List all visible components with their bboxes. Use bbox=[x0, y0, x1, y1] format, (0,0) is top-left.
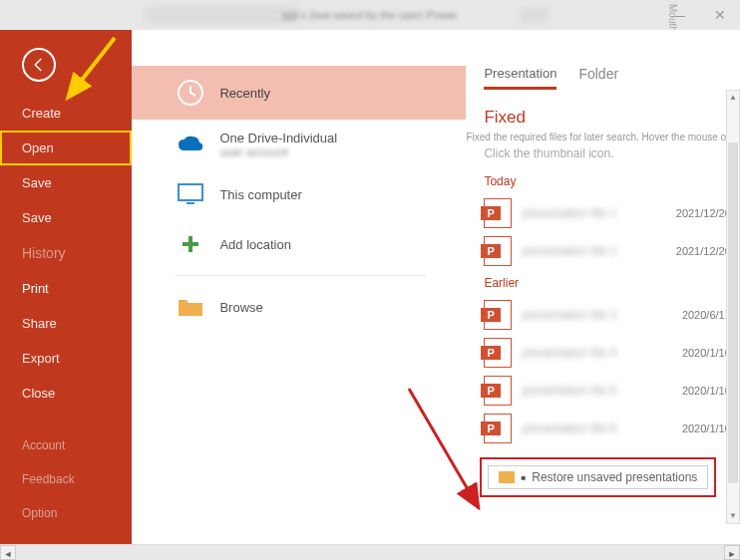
file-row[interactable]: presentation file 1 2021/12/20 1 bbox=[466, 194, 740, 232]
sidebar-item-open[interactable]: Open bbox=[0, 131, 132, 165]
place-add-location[interactable]: Add location bbox=[132, 219, 466, 269]
sidebar-item-share[interactable]: Share bbox=[0, 306, 132, 341]
scroll-up-icon[interactable]: ▲ bbox=[727, 91, 739, 105]
ppt-icon bbox=[484, 198, 512, 228]
file-row[interactable]: presentation file 3 2020/6/11 2 bbox=[466, 296, 740, 334]
ppt-icon bbox=[484, 300, 512, 330]
ppt-icon bbox=[484, 376, 512, 406]
close-button[interactable]: ✕ bbox=[708, 7, 732, 23]
tabs: Presentation Folder bbox=[466, 66, 740, 90]
place-label: Recently bbox=[219, 86, 270, 101]
scroll-down-icon[interactable]: ▼ bbox=[727, 509, 739, 523]
cloud-icon bbox=[176, 130, 205, 159]
content-area: Recently One Drive-Individual user accou… bbox=[132, 30, 740, 544]
horizontal-scrollbar[interactable]: ◄ ► bbox=[0, 544, 740, 560]
recent-column: Presentation Folder Fixed Fixed the requ… bbox=[466, 30, 740, 544]
place-onedrive[interactable]: One Drive-Individual user account bbox=[132, 120, 466, 169]
fixed-subtext: Fixed the required files for later searc… bbox=[466, 132, 740, 142]
place-label: This computer bbox=[219, 187, 301, 202]
file-row[interactable]: presentation file 6 2020/1/10 1 bbox=[466, 410, 740, 447]
backstage-sidebar: Create Open Save Save History Print Shar… bbox=[0, 30, 132, 544]
places-column: Recently One Drive-Individual user accou… bbox=[132, 30, 466, 544]
svg-rect-3 bbox=[186, 202, 194, 204]
tab-folder[interactable]: Folder bbox=[578, 66, 618, 90]
fixed-header: Fixed bbox=[466, 108, 740, 128]
file-row[interactable]: presentation file 4 2020/1/10 1 bbox=[466, 334, 740, 372]
place-label: One Drive-Individual bbox=[219, 131, 337, 145]
plus-icon bbox=[176, 229, 205, 259]
tab-presentation[interactable]: Presentation bbox=[484, 66, 556, 90]
sidebar-item-history[interactable]: History bbox=[0, 235, 132, 271]
file-name: presentation file 5 bbox=[522, 384, 671, 398]
scroll-right-icon[interactable]: ► bbox=[724, 545, 740, 560]
back-arrow-icon bbox=[30, 56, 48, 74]
file-row[interactable]: presentation file 5 2020/1/10 1 bbox=[466, 372, 740, 410]
restore-unsaved-button[interactable]: ■ Restore unsaved presentations bbox=[488, 465, 708, 489]
folder-icon bbox=[176, 292, 205, 322]
file-name: presentation file 2 bbox=[522, 244, 665, 258]
onedrive-account: user account bbox=[219, 145, 337, 159]
sidebar-item-saveas[interactable]: Save bbox=[0, 200, 132, 235]
clock-icon bbox=[176, 78, 205, 108]
group-today: Today bbox=[466, 174, 740, 188]
file-name: presentation file 3 bbox=[522, 308, 671, 322]
computer-icon bbox=[176, 179, 205, 209]
file-name: presentation file 6 bbox=[522, 421, 671, 435]
group-earlier: Earlier bbox=[466, 276, 740, 290]
place-label: Browse bbox=[219, 300, 262, 315]
place-recently[interactable]: Recently bbox=[132, 66, 466, 120]
sidebar-item-feedback[interactable]: Feedback bbox=[0, 462, 132, 496]
title-blur bbox=[145, 6, 299, 24]
place-browse[interactable]: Browse bbox=[132, 282, 466, 332]
file-row[interactable]: presentation file 2 2021/12/20 1 bbox=[466, 232, 740, 270]
bullet-icon: ■ bbox=[521, 473, 526, 482]
title-blur2 bbox=[519, 7, 549, 23]
window-title: ppt x (last saved by the user) Power bbox=[282, 9, 457, 21]
folder-icon bbox=[499, 471, 515, 483]
scroll-left-icon[interactable]: ◄ bbox=[0, 545, 16, 560]
ppt-icon bbox=[484, 236, 512, 266]
sidebar-item-create[interactable]: Create bbox=[0, 96, 132, 131]
ppt-icon bbox=[484, 414, 512, 443]
vertical-label: Mouth bbox=[667, 4, 678, 32]
divider bbox=[176, 275, 426, 276]
sidebar-item-account[interactable]: Account bbox=[0, 428, 132, 462]
vertical-scrollbar[interactable]: ▲ ▼ bbox=[726, 90, 740, 524]
svg-rect-2 bbox=[179, 184, 202, 200]
sidebar-item-save[interactable]: Save bbox=[0, 165, 132, 200]
restore-highlight: ■ Restore unsaved presentations bbox=[480, 457, 716, 497]
sidebar-item-close[interactable]: Close bbox=[0, 376, 132, 411]
sidebar-item-export[interactable]: Export bbox=[0, 341, 132, 376]
place-this-computer[interactable]: This computer bbox=[132, 169, 466, 219]
file-name: presentation file 1 bbox=[522, 206, 665, 220]
restore-label: Restore unsaved presentations bbox=[532, 470, 697, 484]
fixed-clicktext: Click the thumbnail icon. bbox=[466, 146, 740, 160]
scroll-thumb[interactable] bbox=[728, 142, 738, 483]
ppt-icon bbox=[484, 338, 512, 368]
file-name: presentation file 4 bbox=[522, 346, 671, 360]
place-label: Add location bbox=[219, 237, 291, 252]
titlebar: ppt x (last saved by the user) Power Mou… bbox=[0, 0, 740, 30]
sidebar-item-option[interactable]: Option bbox=[0, 496, 132, 530]
sidebar-item-print[interactable]: Print bbox=[0, 271, 132, 306]
back-button[interactable] bbox=[22, 48, 56, 82]
scroll-track[interactable] bbox=[16, 545, 724, 560]
svg-rect-5 bbox=[183, 242, 198, 246]
